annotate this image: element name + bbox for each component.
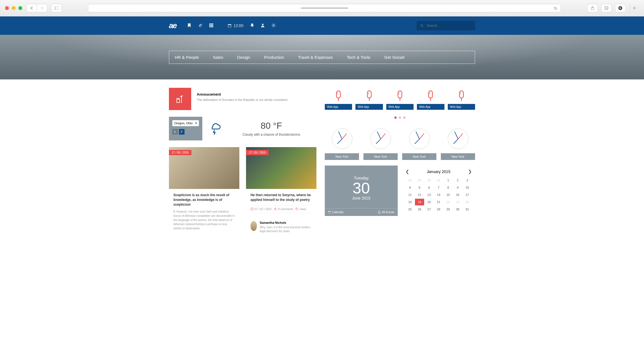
app-tile[interactable]: Web App bbox=[325, 88, 352, 110]
cal-cell[interactable]: 6 bbox=[425, 184, 434, 191]
nav-buttons bbox=[26, 4, 47, 12]
chevron-updown-icon: ⇅ bbox=[195, 122, 197, 125]
url-placeholder bbox=[301, 8, 348, 9]
cal-cell[interactable]: 15 bbox=[444, 191, 453, 198]
cal-cell[interactable]: 21 bbox=[434, 199, 443, 205]
nav-sales[interactable]: Sales bbox=[213, 55, 223, 60]
cal-cell[interactable]: 13 bbox=[425, 191, 434, 198]
cal-cell[interactable]: 20 bbox=[425, 199, 434, 205]
nav-production[interactable]: Production bbox=[264, 55, 284, 60]
cal-cell[interactable]: 28 bbox=[405, 177, 414, 184]
url-bar[interactable]: ↻ bbox=[88, 4, 561, 12]
cal-cell[interactable]: 25 bbox=[405, 206, 414, 213]
cal-cell[interactable]: 26 bbox=[415, 206, 424, 213]
cal-cell[interactable]: 31 bbox=[463, 206, 472, 213]
apps-icon[interactable] bbox=[209, 23, 213, 28]
cal-cell[interactable]: 23 bbox=[453, 199, 462, 205]
popsicle-icon bbox=[417, 88, 444, 104]
cal-cell[interactable]: 29 bbox=[415, 177, 424, 184]
clock-label: New York bbox=[363, 153, 398, 160]
unit-c[interactable]: C bbox=[172, 129, 178, 135]
cal-cell[interactable]: 11 bbox=[405, 191, 414, 198]
hero-banner: HR & People Sales Design Production Trav… bbox=[0, 35, 644, 79]
tabs-button[interactable] bbox=[601, 4, 612, 12]
dot-1[interactable] bbox=[394, 116, 397, 119]
bookmark-icon[interactable] bbox=[188, 23, 191, 28]
meta-comments[interactable]: 8 comments bbox=[274, 208, 293, 211]
app-tile[interactable]: Web App bbox=[386, 88, 414, 110]
sidebar-toggle[interactable] bbox=[51, 4, 62, 12]
window-minimize[interactable] bbox=[12, 6, 16, 10]
window-zoom[interactable] bbox=[18, 6, 22, 10]
dot-2[interactable] bbox=[399, 116, 401, 119]
announcement-card[interactable]: Annoucement The delineation of Socrates … bbox=[169, 88, 316, 110]
back-button[interactable] bbox=[26, 4, 37, 12]
downloads-button[interactable] bbox=[615, 4, 626, 12]
cal-cell[interactable]: 31 bbox=[434, 177, 443, 184]
svg-rect-6 bbox=[209, 23, 210, 25]
app-tile[interactable]: Web App bbox=[355, 88, 383, 110]
cal-cell[interactable]: 24 bbox=[463, 199, 472, 205]
logo[interactable]: ae bbox=[169, 21, 176, 30]
cal-cell[interactable]: 16 bbox=[453, 191, 462, 198]
news-date-2: 27 / 05 / 2015 bbox=[246, 150, 269, 155]
cal-cell[interactable]: 28 bbox=[434, 206, 443, 213]
search-box[interactable] bbox=[417, 21, 475, 30]
cal-cell[interactable]: 12 bbox=[415, 191, 424, 198]
time-display[interactable]: 12:00 bbox=[228, 23, 243, 28]
svg-rect-21 bbox=[177, 99, 180, 103]
cal-cell[interactable]: 27 bbox=[425, 206, 434, 213]
cal-cell[interactable]: 17 bbox=[463, 191, 472, 198]
cal-cell[interactable]: 14 bbox=[434, 191, 443, 198]
notifications-icon[interactable] bbox=[250, 23, 254, 28]
svg-rect-38 bbox=[459, 91, 463, 98]
cal-cell[interactable]: 9 bbox=[453, 184, 462, 191]
cal-cell[interactable]: 19 bbox=[415, 199, 424, 205]
cal-cell[interactable]: 4 bbox=[405, 184, 414, 191]
weather-location-select[interactable]: Oregon, Ohio ⇅ bbox=[172, 120, 199, 126]
search-input[interactable] bbox=[426, 24, 471, 28]
cal-cell[interactable]: 8 bbox=[444, 184, 453, 191]
cal-cell[interactable]: 2 bbox=[453, 177, 462, 184]
cal-cell[interactable]: 1 bbox=[444, 177, 453, 184]
news-card-2[interactable]: 27 / 05 / 2015 He then returned to Smyrn… bbox=[246, 147, 316, 237]
cal-cell[interactable]: 22 bbox=[444, 199, 453, 205]
svg-line-20 bbox=[422, 26, 424, 27]
dot-3[interactable] bbox=[403, 116, 405, 119]
cal-cell[interactable]: 18 bbox=[405, 199, 414, 205]
cal-cell[interactable]: 5 bbox=[415, 184, 424, 191]
next-month[interactable]: ❯ bbox=[468, 169, 472, 174]
app-tiles: Web App Web App Web App Web App Web App bbox=[325, 88, 475, 110]
cal-cell[interactable]: 7 bbox=[434, 184, 443, 191]
calendar-link[interactable]: Calendar bbox=[328, 211, 344, 214]
attachment-icon[interactable] bbox=[198, 23, 202, 28]
svg-rect-16 bbox=[228, 25, 231, 27]
new-tab-button[interactable]: + bbox=[630, 3, 639, 13]
cal-cell[interactable]: 30 bbox=[425, 177, 434, 184]
nav-tech[interactable]: Tech & Tools bbox=[347, 55, 370, 60]
user-icon[interactable] bbox=[261, 23, 264, 28]
forward-button[interactable] bbox=[37, 4, 47, 12]
reload-icon[interactable]: ↻ bbox=[554, 6, 557, 11]
nav-social[interactable]: Get Social! bbox=[384, 55, 405, 60]
meta-tag[interactable]: news bbox=[296, 208, 306, 211]
app-tile[interactable]: Web App bbox=[417, 88, 444, 110]
calendar-today: Tuesday 30 June 2015 Calendar All Events bbox=[325, 166, 398, 216]
weather-desc: Cloudy with a chance of thunderstorms bbox=[232, 133, 311, 137]
nav-hr-people[interactable]: HR & People bbox=[175, 55, 199, 60]
cal-cell[interactable]: 10 bbox=[463, 184, 472, 191]
cal-cell[interactable]: 30 bbox=[453, 206, 462, 213]
nav-travel[interactable]: Travel & Expenses bbox=[298, 55, 333, 60]
app-tile[interactable]: Web App bbox=[448, 88, 475, 110]
window-close[interactable] bbox=[5, 6, 9, 10]
settings-icon[interactable] bbox=[272, 23, 276, 28]
news-card-1[interactable]: 27 / 05 / 2015 Scepticism is as much the… bbox=[169, 147, 239, 237]
share-button[interactable] bbox=[587, 4, 598, 12]
cal-cell[interactable]: 29 bbox=[444, 206, 453, 213]
popsicle-icon bbox=[448, 88, 475, 104]
unit-f[interactable]: F bbox=[179, 129, 185, 135]
events-link[interactable]: All Events bbox=[378, 211, 394, 214]
nav-design[interactable]: Design bbox=[237, 55, 250, 60]
prev-month[interactable]: ❮ bbox=[405, 169, 409, 174]
cal-cell[interactable]: 3 bbox=[463, 177, 472, 184]
